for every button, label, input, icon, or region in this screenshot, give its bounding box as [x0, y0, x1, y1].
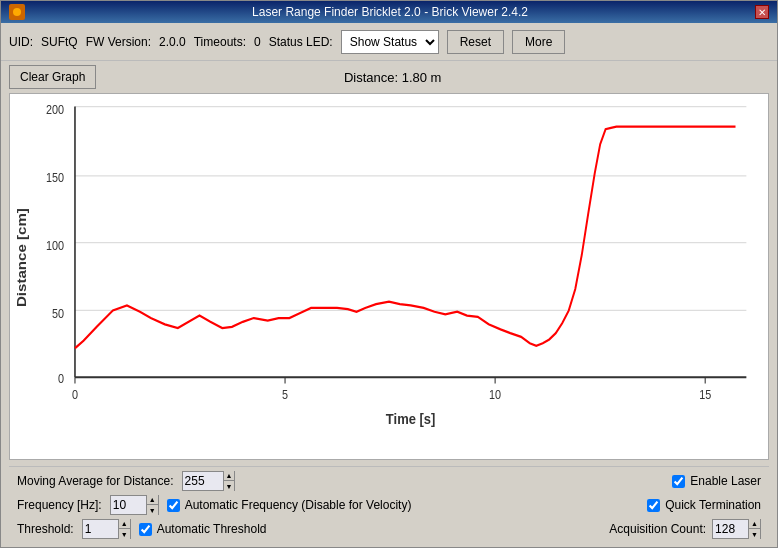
content-area: Clear Graph Distance: 1.80 m 0 50 100 — [1, 61, 777, 547]
svg-text:50: 50 — [52, 306, 64, 320]
enable-laser-checkbox[interactable] — [672, 475, 685, 488]
distance-display: Distance: 1.80 m — [344, 70, 442, 85]
frequency-spinbox[interactable]: ▲ ▼ — [110, 495, 159, 515]
svg-text:150: 150 — [46, 170, 64, 184]
threshold-up[interactable]: ▲ — [119, 519, 130, 529]
control-row-3: Threshold: ▲ ▼ Automatic Threshold A — [17, 519, 761, 539]
main-window: Laser Range Finder Bricklet 2.0 - Brick … — [0, 0, 778, 548]
svg-text:100: 100 — [46, 238, 64, 252]
status-led-label: Status LED: — [269, 35, 333, 49]
threshold-label: Threshold: — [17, 522, 74, 536]
fw-label: FW Version: — [86, 35, 151, 49]
svg-text:0: 0 — [72, 387, 78, 401]
auto-frequency-label[interactable]: Automatic Frequency (Disable for Velocit… — [167, 498, 412, 512]
quick-termination-label[interactable]: Quick Termination — [647, 498, 761, 512]
graph-header: Clear Graph Distance: 1.80 m — [9, 65, 769, 89]
frequency-arrows: ▲ ▼ — [146, 495, 158, 515]
moving-avg-spinbox[interactable]: ▲ ▼ — [182, 471, 236, 491]
uid-label: UID: — [9, 35, 33, 49]
timeouts-value: 0 — [254, 35, 261, 49]
control-row-2: Frequency [Hz]: ▲ ▼ Automatic Frequency … — [17, 495, 761, 515]
auto-threshold-checkbox[interactable] — [139, 523, 152, 536]
status-led-select[interactable]: Show Status Off On Heartbeat — [341, 30, 439, 54]
auto-frequency-checkbox[interactable] — [167, 499, 180, 512]
svg-text:0: 0 — [58, 372, 64, 386]
svg-text:15: 15 — [699, 387, 711, 401]
graph-svg: 0 50 100 150 200 0 5 10 15 Distance [cm] — [10, 94, 768, 459]
acquisition-spinbox[interactable]: ▲ ▼ — [712, 519, 761, 539]
svg-text:Time [s]: Time [s] — [386, 410, 436, 427]
moving-avg-input[interactable] — [183, 472, 223, 490]
toolbar: UID: SUFtQ FW Version: 2.0.0 Timeouts: 0… — [1, 23, 777, 61]
control-row-1: Moving Average for Distance: ▲ ▼ Enable … — [17, 471, 761, 491]
frequency-down[interactable]: ▼ — [147, 505, 158, 515]
moving-avg-down[interactable]: ▼ — [224, 481, 235, 491]
moving-avg-arrows: ▲ ▼ — [223, 471, 235, 491]
moving-avg-up[interactable]: ▲ — [224, 471, 235, 481]
frequency-up[interactable]: ▲ — [147, 495, 158, 505]
clear-graph-button[interactable]: Clear Graph — [9, 65, 96, 89]
window-title: Laser Range Finder Bricklet 2.0 - Brick … — [25, 5, 755, 19]
svg-text:Distance [cm]: Distance [cm] — [14, 208, 29, 307]
acquisition-arrows: ▲ ▼ — [748, 519, 760, 539]
timeouts-label: Timeouts: — [194, 35, 246, 49]
acquisition-input[interactable] — [713, 520, 748, 538]
svg-text:200: 200 — [46, 102, 64, 116]
controls-bar: Moving Average for Distance: ▲ ▼ Enable … — [9, 466, 769, 543]
threshold-arrows: ▲ ▼ — [118, 519, 130, 539]
svg-text:5: 5 — [282, 387, 288, 401]
quick-termination-checkbox[interactable] — [647, 499, 660, 512]
moving-avg-label: Moving Average for Distance: — [17, 474, 174, 488]
acquisition-label: Acquisition Count: — [609, 522, 706, 536]
threshold-spinbox[interactable]: ▲ ▼ — [82, 519, 131, 539]
title-bar: Laser Range Finder Bricklet 2.0 - Brick … — [1, 1, 777, 23]
auto-threshold-label[interactable]: Automatic Threshold — [139, 522, 267, 536]
reset-button[interactable]: Reset — [447, 30, 504, 54]
more-button[interactable]: More — [512, 30, 565, 54]
svg-text:10: 10 — [489, 387, 501, 401]
frequency-input[interactable] — [111, 496, 146, 514]
graph-container: 0 50 100 150 200 0 5 10 15 Distance [cm] — [9, 93, 769, 460]
close-button[interactable]: ✕ — [755, 5, 769, 19]
threshold-down[interactable]: ▼ — [119, 529, 130, 539]
svg-point-1 — [13, 8, 21, 16]
acquisition-up[interactable]: ▲ — [749, 519, 760, 529]
uid-value: SUFtQ — [41, 35, 78, 49]
frequency-label: Frequency [Hz]: — [17, 498, 102, 512]
fw-value: 2.0.0 — [159, 35, 186, 49]
acquisition-down[interactable]: ▼ — [749, 529, 760, 539]
app-icon — [9, 4, 25, 20]
threshold-input[interactable] — [83, 520, 118, 538]
enable-laser-label[interactable]: Enable Laser — [672, 474, 761, 488]
